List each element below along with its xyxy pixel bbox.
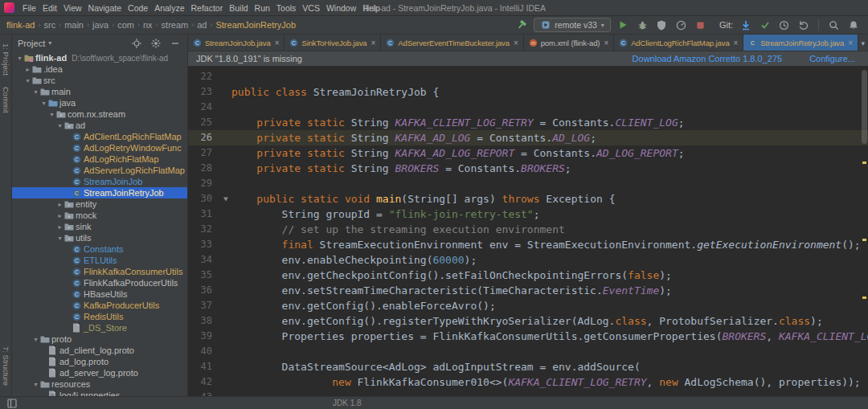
line-number[interactable]: 26 xyxy=(188,130,220,145)
rollback-icon[interactable] xyxy=(796,18,810,32)
tab-streamjoinjob-java[interactable]: CStreamJoinJob.java× xyxy=(188,35,285,51)
tree-collapsed-arrow-icon[interactable]: ▸ xyxy=(23,66,32,73)
stop-icon[interactable] xyxy=(694,18,707,32)
line-number[interactable]: 40 xyxy=(188,344,220,359)
breadcrumb-item[interactable]: StreamJoinRetryJob xyxy=(215,20,296,30)
tree-row-hbaseutils[interactable]: CHBaseUtils xyxy=(12,288,187,300)
tab-adclientlogrichflatmap-java[interactable]: CAdClientLogRichFlatMap.java× xyxy=(614,35,743,51)
menu-navigate[interactable]: Navigate xyxy=(85,3,125,13)
tree-collapsed-arrow-icon[interactable]: ▸ xyxy=(55,212,64,219)
line-number[interactable]: 23 xyxy=(188,84,220,100)
code-line-28[interactable]: 28 private static String BROKERS = Const… xyxy=(188,161,868,176)
tree-row--idea[interactable]: ▸.idea xyxy=(12,63,187,75)
tree-row-adclientlogrichflatmap[interactable]: CAdClientLogRichFlatMap xyxy=(12,131,187,142)
code-line-34[interactable]: 34 env.enableCheckpointing(60000); xyxy=(188,252,868,268)
chevron-down-icon[interactable]: ▾ xyxy=(48,39,51,47)
tree-row-streamjoinjob[interactable]: CStreamJoinJob xyxy=(12,176,187,187)
profiler-icon[interactable] xyxy=(674,18,688,32)
tab-streamjoinretryjob-java[interactable]: CStreamJoinRetryJob.java× xyxy=(743,35,858,51)
code-line-23[interactable]: 23public class StreamJoinRetryJob { xyxy=(188,84,868,100)
line-number[interactable]: 35 xyxy=(188,268,220,283)
line-number[interactable]: 41 xyxy=(188,359,220,374)
tool-button--structure[interactable]: 7: Structure xyxy=(2,346,10,386)
tree-row-resources[interactable]: ▾resources xyxy=(12,378,187,390)
code-line-22[interactable]: 22 xyxy=(188,69,868,84)
tree-row-flinkkafkaproducerutils[interactable]: CFlinkKafkaProducerUtils xyxy=(12,277,187,288)
tree-expanded-arrow-icon[interactable]: ▾ xyxy=(47,111,56,118)
tree-row-utils[interactable]: ▾utils xyxy=(12,232,187,243)
line-number[interactable]: 31 xyxy=(188,207,220,222)
code-line-38[interactable]: 38 env.getConfig().registerTypeWithKryoS… xyxy=(188,313,868,329)
code-line-25[interactable]: 25 private static String KAFKA_CLIENT_LO… xyxy=(188,115,868,130)
tree-collapsed-arrow-icon[interactable]: ▸ xyxy=(55,201,64,208)
line-number[interactable]: 42 xyxy=(188,374,220,390)
code-line-42[interactable]: 42 new FlinkKafkaConsumer010<>(KAFKA_CLI… xyxy=(188,374,868,390)
tree-row--ds-store[interactable]: _DS_Store xyxy=(12,322,187,333)
breadcrumb-item[interactable]: src xyxy=(43,20,55,30)
coverage-icon[interactable] xyxy=(655,18,669,32)
code-line-35[interactable]: 35 env.getCheckpointConfig().setFailOnCh… xyxy=(188,268,868,283)
tool-button-commit[interactable]: Commit xyxy=(2,87,10,113)
menu-run[interactable]: Run xyxy=(252,3,273,13)
tab-close-icon[interactable]: × xyxy=(371,39,376,47)
breadcrumb-item[interactable]: stream xyxy=(162,20,189,30)
line-number[interactable]: 32 xyxy=(188,222,220,237)
code-line-30[interactable]: 30 public static void main(String[] args… xyxy=(188,191,868,207)
tree-expanded-arrow-icon[interactable]: ▾ xyxy=(15,55,24,62)
menu-file[interactable]: File xyxy=(19,3,39,13)
tree-row-main[interactable]: ▾main xyxy=(12,86,187,97)
tab-close-icon[interactable]: × xyxy=(604,39,608,47)
tree-row-src[interactable]: ▾src xyxy=(12,75,187,86)
toolwindow-switcher-icon[interactable] xyxy=(6,398,18,409)
line-number[interactable]: 39 xyxy=(188,329,220,344)
menu-view[interactable]: View xyxy=(60,3,85,13)
tree-expanded-arrow-icon[interactable]: ▾ xyxy=(31,381,40,388)
code-line-43[interactable]: 43 xyxy=(188,390,868,396)
menu-analyze[interactable]: Analyze xyxy=(151,3,187,13)
breadcrumb-item[interactable]: nx xyxy=(143,20,153,30)
scrollbar-thumb[interactable] xyxy=(862,70,867,144)
tree-expanded-arrow-icon[interactable]: ▾ xyxy=(31,336,40,343)
breadcrumb-item[interactable]: flink-ad xyxy=(6,20,35,30)
tab-adservereventtimebucketer-java[interactable]: CAdServerEventTimeBucketer.java× xyxy=(381,35,523,51)
tree-row-com-nx-stream[interactable]: ▾com.nx.stream xyxy=(12,108,187,120)
menu-tools[interactable]: Tools xyxy=(273,3,300,13)
line-number[interactable]: 22 xyxy=(188,69,220,84)
code-line-40[interactable]: 40 xyxy=(188,344,868,359)
tree-row-flinkkafkaconsumerutils[interactable]: CFlinkKafkaConsumerUtils xyxy=(12,266,187,277)
code-editor[interactable]: 2223public class StreamJoinRetryJob {242… xyxy=(188,67,868,396)
tree-row-redisutils[interactable]: CRedisUtils xyxy=(12,311,187,322)
tree-row-constants[interactable]: CConstants xyxy=(12,243,187,255)
tab-close-icon[interactable]: × xyxy=(514,39,518,47)
tree-expanded-arrow-icon[interactable]: ▾ xyxy=(55,235,64,242)
code-line-27[interactable]: 27 private static String KAFKA_AD_LOG_RE… xyxy=(188,145,868,161)
code-line-29[interactable]: 29 xyxy=(188,176,868,191)
tab-list-chevron-icon[interactable]: ▾ xyxy=(861,39,865,47)
project-panel-title[interactable]: Project xyxy=(18,39,45,48)
tree-row-ad-server-log-proto[interactable]: ad_server_log.proto xyxy=(12,367,187,378)
code-line-32[interactable]: 32 // set up the streaming execution env… xyxy=(188,222,868,237)
tree-row-sink[interactable]: ▸sink xyxy=(12,221,187,232)
tree-row-kafkaproducerutils[interactable]: CKafkaProducerUtils xyxy=(12,300,187,311)
line-number[interactable]: 38 xyxy=(188,313,220,329)
line-number[interactable]: 29 xyxy=(188,176,220,191)
breadcrumb-item[interactable]: java xyxy=(92,20,108,30)
debug-icon[interactable] xyxy=(636,18,649,32)
locate-icon[interactable] xyxy=(129,36,143,50)
tab-sinktohivejob-java[interactable]: CSinkToHiveJob.java× xyxy=(285,35,381,51)
line-number[interactable]: 36 xyxy=(188,283,220,298)
tree-expanded-arrow-icon[interactable]: ▾ xyxy=(55,122,64,129)
gear-icon[interactable] xyxy=(149,36,162,50)
tree-row-adlogretrywindowfunc[interactable]: CAdLogRetryWindowFunc xyxy=(12,142,187,153)
tree-row-proto[interactable]: ▾proto xyxy=(12,333,187,345)
tree-row-mock[interactable]: ▸mock xyxy=(12,210,187,221)
tree-row-streamjoinretryjob[interactable]: CStreamJoinRetryJob xyxy=(12,187,187,198)
tree-row-flink-ad[interactable]: ▾flink-adD:\soft\work_space\flink-ad xyxy=(12,52,187,63)
update-project-icon[interactable] xyxy=(739,18,752,32)
tree-row-ad-client-log-proto[interactable]: ad_client_log.proto xyxy=(12,345,187,356)
code-line-41[interactable]: 41 DataStreamSource<AdLog> adLogInputStr… xyxy=(188,359,868,374)
code-line-37[interactable]: 37 env.getConfig().enableForceAvro(); xyxy=(188,298,868,313)
banner-link-configure-[interactable]: Configure... xyxy=(809,54,855,63)
notifications-icon[interactable] xyxy=(846,18,860,32)
build-hammer-icon[interactable] xyxy=(514,18,528,32)
